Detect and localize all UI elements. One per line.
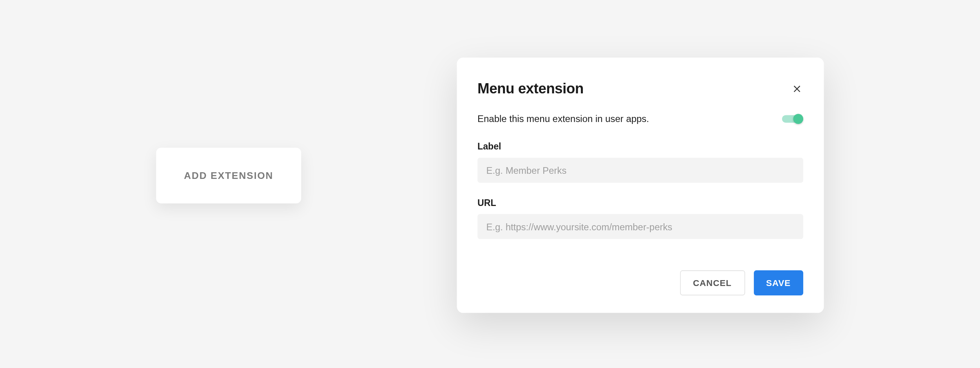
save-button[interactable]: SAVE <box>753 270 803 295</box>
enable-row: Enable this menu extension in user apps. <box>477 113 803 124</box>
label-field-label: Label <box>477 142 803 152</box>
url-form-group: URL <box>477 198 803 239</box>
modal-actions: CANCEL SAVE <box>477 270 803 295</box>
modal-header: Menu extension <box>477 80 803 97</box>
add-extension-label: ADD EXTENSION <box>184 170 273 181</box>
url-field-label: URL <box>477 198 803 208</box>
label-input[interactable] <box>477 158 803 183</box>
enable-description: Enable this menu extension in user apps. <box>477 113 649 124</box>
close-icon <box>792 84 802 94</box>
close-button[interactable] <box>791 82 803 95</box>
add-extension-button[interactable]: ADD EXTENSION <box>156 148 301 203</box>
url-input[interactable] <box>477 214 803 239</box>
cancel-button[interactable]: CANCEL <box>680 270 745 295</box>
enable-toggle[interactable] <box>782 114 803 124</box>
menu-extension-modal: Menu extension Enable this menu extensio… <box>457 58 824 313</box>
toggle-thumb <box>793 114 804 124</box>
label-form-group: Label <box>477 142 803 183</box>
modal-title: Menu extension <box>477 80 584 97</box>
